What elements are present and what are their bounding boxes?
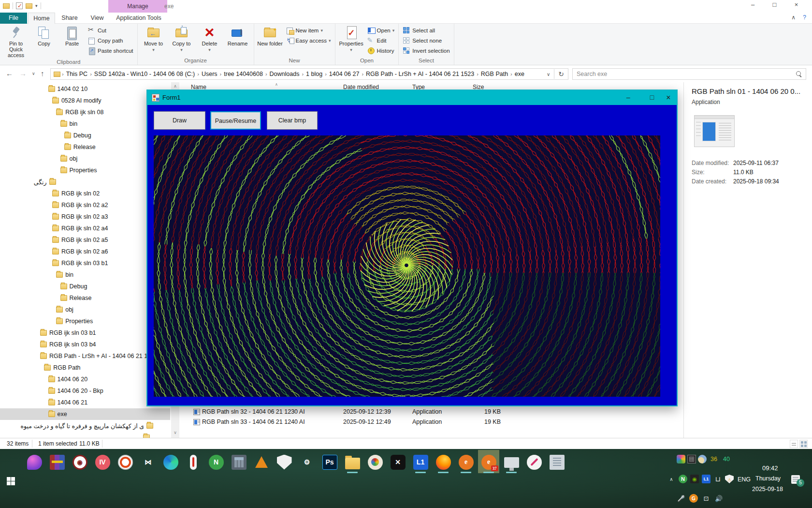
language-indicator[interactable]: ENG <box>738 476 751 483</box>
clear-bmp-button[interactable]: Clear bmp <box>267 111 318 130</box>
idm-icon[interactable]: G <box>689 494 698 503</box>
taskbar-icon-edge-browser[interactable] <box>161 452 180 472</box>
qat-properties-icon[interactable]: ✓ <box>16 2 23 9</box>
copy-to-button[interactable]: Copy to ▾ <box>168 25 196 55</box>
open-button[interactable]: Open▾ <box>367 26 395 35</box>
form1-close-button[interactable]: × <box>660 92 677 103</box>
taskbar-icon-notepad-n[interactable]: N <box>206 452 226 472</box>
up-button-icon[interactable]: ↑ <box>41 69 44 77</box>
taskbar-icon-paint-palette[interactable] <box>365 452 385 472</box>
taskbar-icon-notes-app[interactable] <box>547 452 566 472</box>
tree-item-rgb-ijk-sln-02-a5[interactable]: RGB ijk sln 02 a5 <box>52 234 108 246</box>
start-button[interactable] <box>7 477 15 485</box>
taskbar-icon-brush-app[interactable] <box>524 452 544 472</box>
tree-item-properties[interactable]: Properties <box>56 315 93 327</box>
breadcrumb-item[interactable]: This PC <box>64 71 89 77</box>
file-row[interactable]: RGB Path sln 32 - 1404 06 21 1230 AI2025… <box>180 407 683 417</box>
tree-item-1404-06-20-bkp[interactable]: 1404 06 20 - Bkp <box>48 385 103 397</box>
chevron-up-icon[interactable]: ∧ <box>667 475 676 483</box>
taskbar-icon-orange-e[interactable]: e <box>456 452 476 472</box>
tree-item-release[interactable]: Release <box>60 292 92 304</box>
tree-item-rgb-ijk-sln-02-a3[interactable]: RGB ijk sln 02 a3 <box>52 211 108 223</box>
tree-item-partial[interactable] <box>143 432 152 438</box>
rename-button[interactable]: Rename <box>224 25 252 55</box>
help-icon[interactable]: ? <box>803 14 806 21</box>
tree-item-rgb-ijk-sln-02-a2[interactable]: RGB ijk sln 02 a2 <box>52 199 108 211</box>
taskbar-icon-x-app[interactable]: ✕ <box>388 452 407 472</box>
taskbar-icon-firefox[interactable] <box>434 452 453 472</box>
tree-item-1404-02-10[interactable]: 1404 02 10 <box>48 83 88 95</box>
green-n-icon[interactable]: N <box>679 475 687 483</box>
tree-item-rgb-ijk-sln-02-a6[interactable]: RGB ijk sln 02 a6 <box>52 246 108 257</box>
history-button[interactable]: History <box>367 46 395 55</box>
close-button[interactable]: × <box>785 0 807 11</box>
tree-item-rgb-ijk-sln-02-a4[interactable]: RGB ijk sln 02 a4 <box>52 223 108 234</box>
recent-locations-icon[interactable]: ∨ <box>32 71 35 76</box>
breadcrumb-item[interactable]: SSD 1402a - Win10 - 1404 06 08 (C:) <box>92 71 197 77</box>
refresh-icon[interactable]: ↻ <box>554 69 568 79</box>
properties-button[interactable]: Properties ▾ <box>337 25 365 55</box>
select-all-button[interactable]: Select all <box>403 26 450 35</box>
form1-maximize-button[interactable]: □ <box>644 92 660 103</box>
tree-item-rgb-ijk-sln-02[interactable]: RGB ijk sln 02 <box>52 188 100 199</box>
minimize-button[interactable]: – <box>742 0 764 11</box>
maximize-button[interactable]: □ <box>764 0 785 11</box>
pin-to-quick-access-button[interactable]: Pin to Quick access <box>2 25 30 58</box>
new-item-button[interactable]: New item▾ <box>286 26 331 35</box>
breadcrumb-item[interactable]: RGB Path <box>479 71 510 77</box>
breadcrumb-item[interactable]: Downloads <box>268 71 302 77</box>
clock-date[interactable]: 2025-09-18 <box>752 486 783 493</box>
taskbar-icon-vlc[interactable] <box>252 452 271 472</box>
tree-item-properties[interactable]: Properties <box>60 164 97 176</box>
copy-button[interactable]: Copy <box>30 25 58 55</box>
thumbnails-view-button[interactable] <box>799 440 808 448</box>
file-row[interactable]: RGB Path sln 33 - 1404 06 21 1240 AI2025… <box>180 417 683 427</box>
taskbar-icon-color-drop[interactable] <box>25 452 44 472</box>
taskbar-icon-winrar[interactable] <box>47 452 67 472</box>
move-to-button[interactable]: ←Move to ▾ <box>140 25 168 55</box>
tree-item-rgb-ijk-sln-03-b1[interactable]: RGB ijk sln 03 b1 <box>52 257 108 269</box>
nvidia-icon[interactable] <box>690 475 699 483</box>
pause-resume-button[interactable]: Pause/Resume <box>210 111 261 130</box>
tab-application-tools[interactable]: Application Tools <box>110 13 167 24</box>
tree-item-obj[interactable]: obj <box>60 153 78 164</box>
scroll-down-icon[interactable]: ∨ <box>171 429 179 437</box>
tree-item-bin[interactable]: bin <box>56 269 73 281</box>
grid-icon[interactable] <box>687 455 696 463</box>
tree-item-rgb-ijk-sln-03-b4[interactable]: RGB ijk sln 03 b4 <box>40 339 96 350</box>
tree-item-debug[interactable]: Debug <box>60 281 87 292</box>
search-box[interactable]: Search exe <box>572 68 806 80</box>
paste-button[interactable]: Paste <box>58 25 86 55</box>
details-view-button[interactable] <box>790 440 798 448</box>
taskbar-icon-visual-studio[interactable]: ⋈ <box>138 452 158 472</box>
taskbar-icon-defender-shield[interactable] <box>275 452 294 472</box>
tree-item-exe[interactable]: exe <box>0 408 170 420</box>
delete-button[interactable]: Delete ▾ <box>196 25 224 55</box>
tab-home[interactable]: Home <box>28 13 55 24</box>
tree-item-obj[interactable]: obj <box>56 304 73 315</box>
tree-item-1404-06-20[interactable]: 1404 06 20 <box>48 374 88 385</box>
network-icon[interactable]: ⊡ <box>702 494 710 503</box>
qat-dropdown-icon[interactable]: ▾ <box>35 3 38 8</box>
tree-item-rgb-path-lrsh-ai-1404-06-21-1523[interactable]: RGB Path - LrSh + AI - 1404 06 21 1523 <box>40 350 158 362</box>
l1-tray-icon[interactable]: L1 <box>702 475 710 483</box>
tree-item-rgb-path[interactable]: RGB Path <box>44 362 80 374</box>
taskbar-icon-monitor-app[interactable] <box>502 452 521 472</box>
address-bar[interactable]: ›This PC›SSD 1402a - Win10 - 1404 06 08 … <box>50 68 568 80</box>
breadcrumb-item[interactable]: tree 14040608 <box>222 71 265 77</box>
breadcrumb-item[interactable]: 1 blog <box>304 71 324 77</box>
tree-item-1404-06-21[interactable]: 1404 06 21 <box>48 397 88 408</box>
form1-titlebar[interactable]: Form1 – □ × <box>147 90 677 105</box>
breadcrumb-item[interactable]: exe <box>513 71 526 77</box>
defender-warning-icon[interactable] <box>725 475 734 483</box>
back-button-icon[interactable]: ← <box>6 69 13 77</box>
breadcrumb-item[interactable]: RGB Path - LrSh + AI - 1404 06 21 1523 <box>364 71 476 77</box>
breadcrumb-item[interactable]: 1404 06 27 <box>327 71 362 77</box>
form1-minimize-button[interactable]: – <box>620 92 637 103</box>
collapse-ribbon-icon[interactable]: ∧ <box>791 14 796 21</box>
taskbar-icon-settings-gear[interactable]: ⚙ <box>297 452 317 472</box>
copy-path-button[interactable]: Copy path <box>88 36 133 45</box>
tree-item-rgb-ijk-sln-03-b1[interactable]: RGB ijk sln 03 b1 <box>40 327 96 339</box>
tab-view[interactable]: View <box>84 13 110 24</box>
clock-time[interactable]: 09:42 <box>762 464 778 472</box>
